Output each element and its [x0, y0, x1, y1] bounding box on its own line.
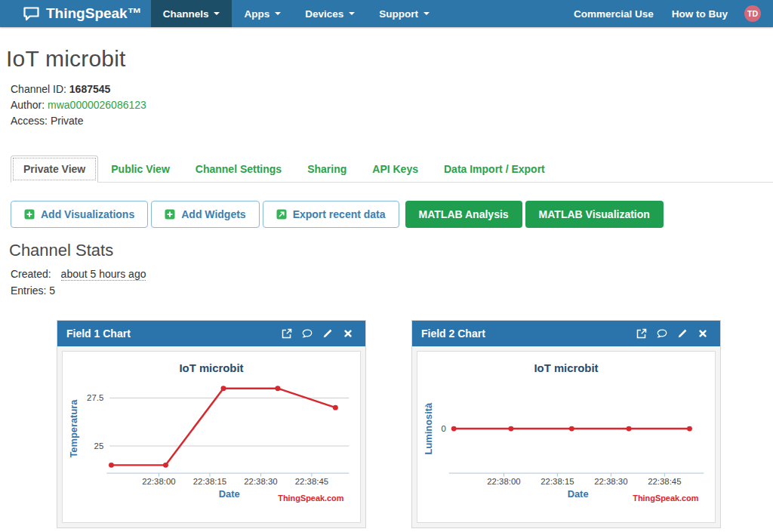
field1-panel-body: 2527.522:38:0022:38:1522:38:3022:38:45Io…	[57, 346, 365, 527]
brand-text: ThingSpeak™	[46, 5, 142, 22]
pencil-icon[interactable]	[322, 328, 333, 339]
top-navbar: ThingSpeak™ Channels Apps Devices Suppor…	[0, 0, 773, 27]
caret-down-icon	[275, 12, 281, 15]
tab-api-keys[interactable]: API Keys	[359, 155, 431, 183]
svg-text:22:38:00: 22:38:00	[487, 477, 520, 486]
matlab-visualization-button[interactable]: MATLAB Visualization	[525, 201, 664, 228]
page-title: IoT microbit	[6, 46, 762, 72]
channel-tabs: Private View Public View Channel Setting…	[11, 155, 773, 183]
plus-square-icon	[24, 209, 35, 220]
matlab-analysis-button[interactable]: MATLAB Analysis	[405, 201, 522, 228]
plus-square-icon	[165, 209, 175, 220]
panel-title: Field 1 Chart	[66, 328, 131, 340]
tab-private-view[interactable]: Private View	[11, 155, 98, 183]
nav-item-channels[interactable]: Channels	[151, 0, 233, 27]
author-link[interactable]: mwa0000026086123	[48, 99, 146, 111]
caret-down-icon	[349, 12, 355, 15]
svg-text:22:38:15: 22:38:15	[193, 477, 226, 486]
field1-chart: 2527.522:38:0022:38:1522:38:3022:38:45Io…	[62, 351, 361, 523]
external-link-icon[interactable]	[282, 328, 292, 339]
svg-text:27.5: 27.5	[87, 393, 103, 402]
svg-text:22:38:30: 22:38:30	[594, 477, 627, 486]
svg-text:Temperatura: Temperatura	[68, 399, 79, 458]
channel-stats: Channel Stats Created: about 5 hours ago…	[11, 241, 762, 297]
author-row: Author: mwa0000026086123	[11, 100, 762, 111]
thingspeak-logo[interactable]: ThingSpeak™	[0, 0, 151, 27]
add-widgets-button[interactable]: Add Widgets	[151, 201, 259, 228]
tab-channel-settings[interactable]: Channel Settings	[183, 155, 294, 183]
panel-toolbar	[282, 328, 356, 339]
close-icon[interactable]	[343, 328, 353, 339]
speech-bubble-icon	[23, 6, 40, 21]
created-timeago[interactable]: about 5 hours ago	[61, 268, 146, 281]
tab-sharing[interactable]: Sharing	[294, 155, 359, 183]
svg-text:IoT microbit: IoT microbit	[534, 362, 598, 374]
panel-toolbar	[636, 328, 711, 339]
access-value: Private	[51, 115, 84, 127]
charts-row: Field 1 Chart 2527.5	[11, 320, 762, 528]
channel-meta: Channel ID: 1687545 Author: mwa000002608…	[11, 84, 762, 127]
svg-text:25: 25	[94, 441, 104, 451]
external-link-icon[interactable]	[636, 328, 647, 339]
how-to-buy-link[interactable]: How to Buy	[663, 8, 737, 20]
user-initials-avatar[interactable]: TD	[744, 5, 761, 22]
page-content: IoT microbit Channel ID: 1687545 Author:…	[0, 46, 773, 528]
panel-title: Field 2 Chart	[421, 328, 485, 340]
field1-panel-header: Field 1 Chart	[57, 321, 365, 346]
chart-canvas: 2527.522:38:0022:38:1522:38:3022:38:45Io…	[63, 352, 360, 522]
field2-chart-panel: Field 2 Chart 022:38	[411, 320, 721, 528]
caret-down-icon	[423, 12, 430, 15]
nav-item-apps[interactable]: Apps	[232, 0, 293, 27]
tab-public-view[interactable]: Public View	[98, 155, 183, 183]
comment-icon[interactable]	[657, 328, 667, 339]
svg-text:22:38:45: 22:38:45	[295, 477, 328, 486]
field2-panel-header: Field 2 Chart	[412, 321, 720, 346]
actions-row: Add Visualizations Add Widgets Export re…	[11, 201, 762, 228]
comment-icon[interactable]	[302, 328, 313, 339]
chart-canvas: 022:38:0022:38:1522:38:3022:38:45IoT mic…	[417, 352, 715, 522]
caret-down-icon	[214, 12, 220, 15]
channel-id-value: 1687545	[69, 83, 111, 95]
access-row: Access: Private	[11, 115, 762, 127]
field2-chart: 022:38:0022:38:1522:38:3022:38:45IoT mic…	[417, 351, 716, 523]
svg-text:Luminosità: Luminosità	[423, 402, 434, 455]
svg-text:ThingSpeak.com: ThingSpeak.com	[633, 494, 698, 503]
arrow-up-right-square-icon	[276, 209, 287, 220]
pencil-icon[interactable]	[677, 328, 688, 339]
svg-text:22:38:00: 22:38:00	[142, 477, 175, 486]
tab-data-import-export[interactable]: Data Import / Export	[431, 155, 558, 183]
svg-text:0: 0	[442, 424, 446, 433]
svg-text:22:38:15: 22:38:15	[540, 477, 574, 486]
channel-id-row: Channel ID: 1687545	[11, 84, 762, 95]
svg-text:Date: Date	[219, 488, 240, 500]
svg-text:IoT microbit: IoT microbit	[179, 362, 243, 374]
svg-text:22:38:45: 22:38:45	[648, 477, 681, 486]
entries-row: Entries: 5	[11, 285, 762, 297]
channel-stats-heading: Channel Stats	[9, 241, 762, 260]
commercial-use-link[interactable]: Commercial Use	[565, 8, 663, 20]
svg-text:Date: Date	[568, 488, 589, 500]
created-row: Created: about 5 hours ago	[11, 269, 762, 280]
field2-panel-body: 022:38:0022:38:1522:38:3022:38:45IoT mic…	[412, 346, 720, 527]
nav-item-devices[interactable]: Devices	[293, 0, 367, 27]
svg-text:22:38:30: 22:38:30	[244, 477, 277, 486]
export-recent-data-button[interactable]: Export recent data	[263, 201, 399, 228]
close-icon[interactable]	[698, 328, 708, 339]
nav-item-support[interactable]: Support	[367, 0, 442, 27]
entries-value: 5	[49, 284, 55, 297]
navbar-right: Commercial Use How to Buy TD	[565, 0, 773, 27]
svg-text:ThingSpeak.com: ThingSpeak.com	[278, 494, 343, 503]
field1-chart-panel: Field 1 Chart 2527.5	[57, 320, 366, 528]
add-visualizations-button[interactable]: Add Visualizations	[11, 201, 148, 228]
